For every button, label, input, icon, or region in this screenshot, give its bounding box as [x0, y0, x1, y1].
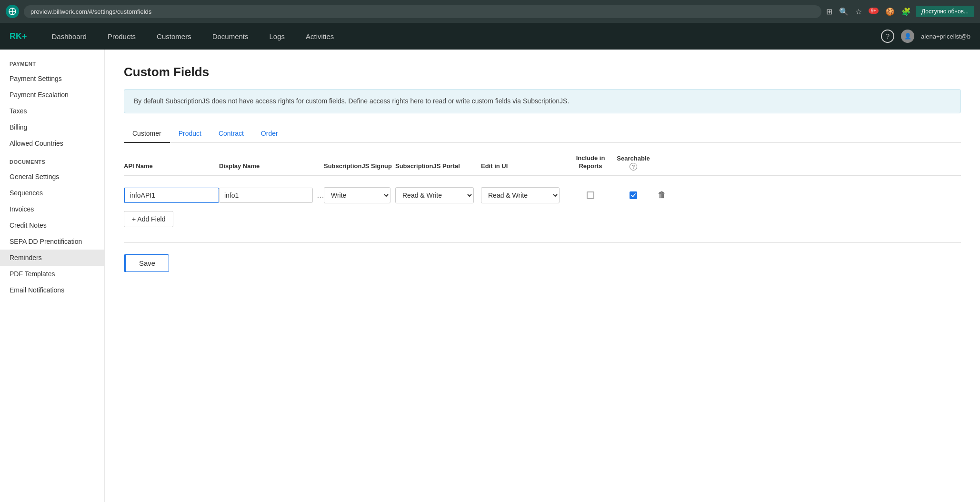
sidebar-item-allowed-countries[interactable]: Allowed Countries: [0, 135, 104, 151]
tab-customer[interactable]: Customer: [124, 125, 170, 143]
bookmark-icon[interactable]: ☆: [855, 7, 862, 16]
extensions-icon[interactable]: 🧩: [901, 7, 911, 16]
sidebar-section-documents: DOCUMENTS General Settings Sequences Inv…: [0, 159, 104, 298]
translate-icon[interactable]: ⊞: [826, 7, 832, 16]
sidebar-item-general-settings[interactable]: General Settings: [0, 169, 104, 185]
sidebar-item-payment-escalation[interactable]: Payment Escalation: [0, 87, 104, 103]
delete-cell: 🗑: [652, 188, 671, 202]
delete-row-button[interactable]: 🗑: [656, 188, 668, 202]
page-title: Custom Fields: [124, 65, 961, 80]
include-reports-cell: [567, 191, 614, 199]
nav-logs[interactable]: Logs: [259, 23, 296, 50]
tab-contract[interactable]: Contract: [210, 125, 252, 143]
col-header-edit-ui: Edit in UI: [481, 162, 567, 171]
portal-select[interactable]: None Read Write Read & Write: [395, 187, 474, 203]
table-row: … None Read Write Read & Write None Read…: [124, 183, 961, 207]
nav-bar: RK+ Dashboard Products Customers Documen…: [0, 23, 980, 50]
sidebar-item-credit-notes[interactable]: Credit Notes: [0, 217, 104, 233]
save-button[interactable]: Save: [124, 254, 169, 272]
searchable-info-icon: ?: [630, 163, 637, 171]
sidebar-item-email-notifications[interactable]: Email Notifications: [0, 282, 104, 298]
address-bar[interactable]: preview.billwerk.com/#/settings/customfi…: [24, 5, 821, 18]
badge: 9+: [869, 8, 879, 14]
col-header-portal: SubscriptionJS Portal: [395, 162, 481, 171]
edit-ui-select[interactable]: None Read Write Read & Write: [481, 187, 560, 203]
portal-cell: None Read Write Read & Write: [395, 187, 481, 203]
sidebar-section-title-payment: PAYMENT: [0, 61, 104, 70]
info-banner: By default SubscriptionJS does not have …: [124, 89, 961, 113]
sidebar-item-sepa[interactable]: SEPA DD Prenotification: [0, 233, 104, 250]
main-layout: PAYMENT Payment Settings Payment Escalat…: [0, 50, 980, 502]
search-icon[interactable]: 🔍: [839, 7, 849, 16]
browser-logo: [6, 5, 19, 18]
add-field-label: + Add Field: [132, 215, 165, 223]
add-field-button[interactable]: + Add Field: [124, 211, 173, 227]
browser-icons: ⊞ 🔍 ☆ 9+ 🍪 🧩: [826, 7, 911, 16]
sidebar: PAYMENT Payment Settings Payment Escalat…: [0, 50, 105, 502]
nav-right: ? 👤 alena+pricelist@b: [881, 30, 970, 43]
tabs: Customer Product Contract Order: [124, 125, 961, 143]
sidebar-item-taxes[interactable]: Taxes: [0, 103, 104, 119]
browser-bar: preview.billwerk.com/#/settings/customfi…: [0, 0, 980, 23]
sidebar-item-sequences[interactable]: Sequences: [0, 185, 104, 201]
avatar[interactable]: 👤: [901, 30, 914, 43]
col-header-api-name: API Name: [124, 162, 219, 171]
signup-select[interactable]: None Read Write Read & Write: [324, 187, 390, 203]
sidebar-item-invoices[interactable]: Invoices: [0, 201, 104, 217]
col-header-searchable: Searchable ?: [614, 155, 652, 171]
emoji-icon: 🍪: [885, 7, 895, 16]
edit-ui-cell: None Read Write Read & Write: [481, 187, 567, 203]
api-name-cell: [124, 188, 219, 203]
nav-links: Dashboard Products Customers Documents L…: [41, 23, 881, 50]
sidebar-item-reminders[interactable]: Reminders: [0, 250, 104, 266]
nav-customers[interactable]: Customers: [146, 23, 202, 50]
nav-activities[interactable]: Activities: [295, 23, 344, 50]
api-name-input[interactable]: [124, 188, 219, 203]
browser-update-btn[interactable]: Доступно обнов...: [916, 6, 974, 17]
sidebar-item-pdf-templates[interactable]: PDF Templates: [0, 266, 104, 282]
content-area: Custom Fields By default SubscriptionJS …: [105, 50, 980, 502]
sidebar-item-billing[interactable]: Billing: [0, 119, 104, 135]
searchable-cell: [614, 191, 652, 199]
tab-product[interactable]: Product: [170, 125, 210, 143]
sidebar-section-title-documents: DOCUMENTS: [0, 159, 104, 169]
tab-order[interactable]: Order: [252, 125, 287, 143]
sidebar-section-payment: PAYMENT Payment Settings Payment Escalat…: [0, 61, 104, 151]
sidebar-item-payment-settings[interactable]: Payment Settings: [0, 70, 104, 87]
nav-user-label: alena+pricelist@b: [921, 33, 970, 40]
help-button[interactable]: ?: [881, 30, 894, 43]
table-header: API Name Display Name SubscriptionJS Sig…: [124, 154, 961, 176]
display-name-input[interactable]: [219, 188, 313, 203]
include-reports-checkbox[interactable]: [587, 191, 594, 199]
display-name-cell: …: [219, 188, 324, 203]
nav-dashboard[interactable]: Dashboard: [41, 23, 97, 50]
col-header-display-name: Display Name: [219, 162, 324, 171]
col-header-include-reports: Include in Reports: [567, 154, 614, 171]
nav-documents[interactable]: Documents: [202, 23, 259, 50]
nav-products[interactable]: Products: [97, 23, 146, 50]
col-header-signup: SubscriptionJS Signup: [324, 162, 395, 171]
searchable-checkbox[interactable]: [630, 191, 637, 199]
divider: [124, 242, 961, 243]
nav-logo: RK+: [10, 31, 27, 41]
signup-cell: None Read Write Read & Write: [324, 187, 395, 203]
